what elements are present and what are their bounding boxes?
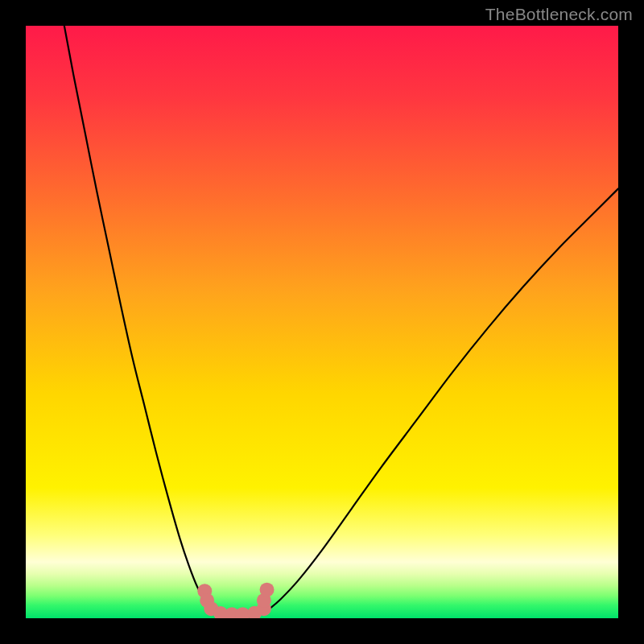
outer-frame: TheBottleneck.com — [0, 0, 644, 644]
scatter-layer — [26, 26, 618, 618]
plot-area — [26, 26, 618, 618]
valley-dot — [260, 583, 275, 597]
watermark-text: TheBottleneck.com — [485, 5, 633, 24]
